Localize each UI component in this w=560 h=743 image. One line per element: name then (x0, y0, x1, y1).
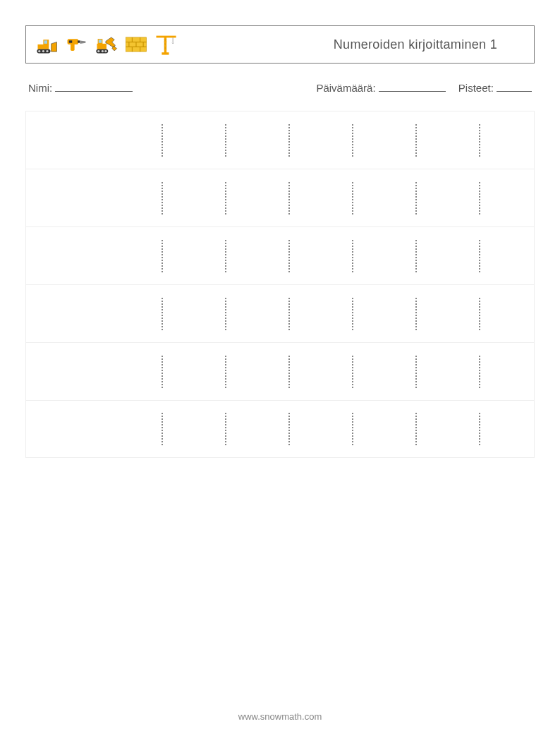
trace-number-1 (415, 298, 417, 330)
trace-number-1 (352, 356, 353, 388)
tracing-cell[interactable] (321, 240, 384, 272)
trace-number-1 (162, 356, 163, 388)
trace-number-1 (415, 182, 417, 215)
trace-number-1 (288, 356, 290, 388)
tracing-cell[interactable] (130, 413, 194, 445)
tracing-cell[interactable] (194, 298, 257, 330)
name-field: Nimi: (28, 82, 133, 94)
tracing-cell[interactable] (448, 182, 511, 215)
svg-rect-10 (71, 44, 75, 51)
svg-rect-37 (162, 52, 169, 54)
trace-number-1 (288, 240, 290, 272)
svg-point-5 (42, 50, 44, 52)
tracing-row (25, 226, 535, 284)
svg-rect-2 (44, 40, 48, 44)
trace-number-1 (415, 413, 417, 445)
trace-number-1 (479, 413, 480, 445)
tracing-cell[interactable] (257, 182, 321, 215)
trace-number-1 (479, 356, 480, 388)
trace-number-1 (162, 124, 163, 157)
trace-number-1 (479, 298, 480, 330)
tracing-cell[interactable] (384, 356, 448, 388)
tracing-cell[interactable] (257, 356, 321, 388)
info-row: Nimi: Päivämäärä: Pisteet: (25, 82, 535, 94)
excavator-icon (94, 32, 119, 57)
tracing-cell[interactable] (384, 182, 448, 215)
tracing-cell[interactable] (194, 413, 257, 445)
trace-number-1 (288, 124, 290, 157)
svg-point-16 (102, 50, 104, 52)
svg-point-15 (97, 50, 99, 52)
trace-number-1 (415, 356, 417, 388)
tracing-cell[interactable] (130, 298, 194, 330)
tracing-cell[interactable] (194, 240, 257, 272)
tracing-row (25, 342, 535, 400)
trace-number-1 (162, 240, 163, 272)
trace-number-1 (225, 124, 226, 157)
svg-rect-9 (78, 40, 80, 42)
tracing-cell[interactable] (321, 298, 384, 330)
svg-point-17 (104, 50, 106, 52)
svg-point-6 (46, 50, 48, 52)
trace-number-1 (288, 413, 290, 445)
brick-wall-icon (123, 32, 149, 57)
tracing-cell[interactable] (448, 124, 511, 157)
info-right: Päivämäärä: Pisteet: (316, 82, 532, 94)
trace-number-1 (352, 182, 353, 215)
trace-number-1 (352, 124, 353, 157)
header-icons (35, 32, 178, 57)
trace-number-1 (162, 298, 163, 330)
tracing-cell[interactable] (384, 124, 448, 157)
tracing-cell[interactable] (321, 356, 384, 388)
trace-number-1 (162, 182, 163, 215)
svg-rect-11 (97, 44, 107, 49)
tracing-cell[interactable] (257, 298, 321, 330)
trace-number-1 (479, 124, 480, 157)
trace-number-1 (352, 240, 353, 272)
bulldozer-icon (35, 32, 60, 57)
tracing-cell[interactable] (384, 413, 448, 445)
tracing-cell[interactable] (194, 182, 257, 215)
tracing-cell[interactable] (448, 240, 511, 272)
date-blank[interactable] (379, 82, 446, 92)
tracing-cell[interactable] (257, 413, 321, 445)
trace-number-1 (415, 124, 417, 157)
tracing-cell[interactable] (321, 413, 384, 445)
trace-number-1 (479, 240, 480, 272)
svg-point-4 (38, 50, 40, 52)
tracing-cell[interactable] (130, 240, 194, 272)
tracing-cell[interactable] (448, 356, 511, 388)
tracing-cell[interactable] (194, 124, 257, 157)
header-box: Numeroiden kirjoittaminen 1 (25, 25, 535, 64)
drill-icon (64, 32, 90, 57)
tracing-row (25, 169, 535, 226)
tracing-cell[interactable] (321, 124, 384, 157)
tracing-row (25, 284, 535, 342)
trace-number-1 (288, 182, 290, 215)
trace-number-1 (225, 182, 226, 215)
tracing-cell[interactable] (257, 240, 321, 272)
tracing-cell[interactable] (448, 298, 511, 330)
tracing-cell[interactable] (194, 356, 257, 388)
trace-number-1 (225, 356, 226, 388)
tracing-cell[interactable] (130, 356, 194, 388)
tracing-cell[interactable] (384, 298, 448, 330)
trace-number-1 (225, 240, 226, 272)
tracing-cell[interactable] (130, 124, 194, 157)
svg-rect-35 (157, 36, 176, 38)
date-field: Päivämäärä: (316, 82, 445, 94)
tracing-cell[interactable] (384, 240, 448, 272)
crane-icon (153, 32, 178, 57)
name-blank[interactable] (55, 82, 133, 92)
score-blank[interactable] (497, 82, 532, 92)
tracing-grid (25, 111, 535, 458)
tracing-cell[interactable] (130, 182, 194, 215)
svg-rect-8 (69, 40, 73, 42)
score-label: Pisteet: (458, 82, 494, 94)
tracing-cell[interactable] (448, 413, 511, 445)
svg-rect-28 (164, 37, 166, 54)
footer-text: www.snowmath.com (238, 711, 322, 722)
tracing-cell[interactable] (257, 124, 321, 157)
tracing-cell[interactable] (321, 182, 384, 215)
trace-number-1 (479, 182, 480, 215)
